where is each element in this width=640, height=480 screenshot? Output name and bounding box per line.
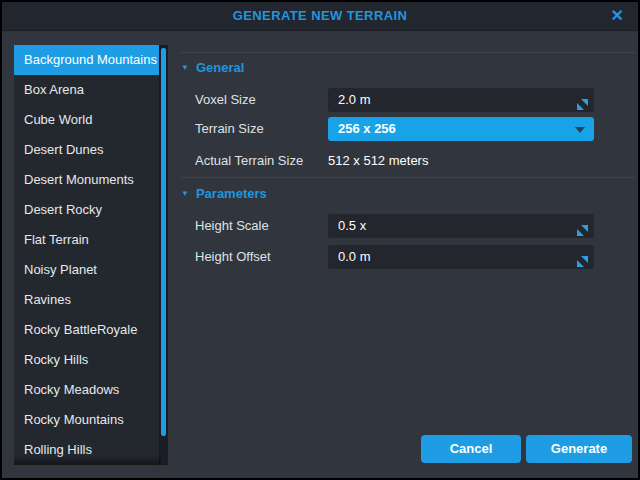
sidebar-item-flat-terrain[interactable]: Flat Terrain [14, 225, 160, 255]
height-offset-field[interactable]: 0.0 m [328, 245, 594, 269]
sidebar-item-noisy-planet[interactable]: Noisy Planet [14, 255, 160, 285]
sidebar-item-desert-dunes[interactable]: Desert Dunes [14, 135, 160, 165]
cancel-button[interactable]: Cancel [421, 435, 521, 463]
titlebar: GENERATE NEW TERRAIN ✕ [2, 2, 638, 31]
section-title: Parameters [196, 186, 267, 201]
sidebar-item-cube-world[interactable]: Cube World [14, 105, 160, 135]
section-divider [180, 52, 636, 53]
section-divider [180, 177, 636, 178]
dialog-title: GENERATE NEW TERRAIN [2, 2, 638, 30]
section-header-general[interactable]: ▼General [181, 59, 244, 77]
voxel-size-value: 2.0 m [338, 92, 371, 107]
actual-terrain-size-value: 512 x 512 meters [328, 149, 428, 173]
chevron-down-icon [575, 127, 585, 133]
close-icon[interactable]: ✕ [607, 2, 628, 30]
sidebar-item-rocky-meadows[interactable]: Rocky Meadows [14, 375, 160, 405]
height-offset-label: Height Offset [195, 245, 325, 269]
collapse-triangle-icon: ▼ [181, 59, 189, 77]
height-scale-field[interactable]: 0.5 x [328, 214, 594, 238]
generate-terrain-dialog: GENERATE NEW TERRAIN ✕ Background Mounta… [0, 0, 640, 480]
sidebar-item-background-mountains[interactable]: Background Mountains [14, 45, 160, 75]
section-title: General [196, 60, 244, 75]
height-offset-value: 0.0 m [338, 249, 371, 264]
drag-handle-icon[interactable] [577, 94, 588, 105]
sidebar-item-desert-rocky[interactable]: Desert Rocky [14, 195, 160, 225]
voxel-size-label: Voxel Size [195, 88, 325, 112]
terrain-size-label: Terrain Size [195, 117, 325, 141]
voxel-size-field[interactable]: 2.0 m [328, 88, 594, 112]
drag-handle-icon[interactable] [577, 220, 588, 231]
terrain-preset-items: Background Mountains Box Arena Cube Worl… [14, 45, 160, 465]
sidebar-item-rocky-mountains[interactable]: Rocky Mountains [14, 405, 160, 435]
drag-handle-icon[interactable] [577, 251, 588, 262]
sidebar-item-rocky-battleroyale[interactable]: Rocky BattleRoyale [14, 315, 160, 345]
section-header-parameters[interactable]: ▼Parameters [181, 185, 267, 203]
sidebar-item-rocky-hills[interactable]: Rocky Hills [14, 345, 160, 375]
sidebar-scrollbar-thumb[interactable] [161, 48, 166, 436]
sidebar-item-box-arena[interactable]: Box Arena [14, 75, 160, 105]
terrain-preset-list: Background Mountains Box Arena Cube Worl… [14, 45, 168, 465]
height-scale-label: Height Scale [195, 214, 325, 238]
collapse-triangle-icon: ▼ [181, 185, 189, 203]
height-scale-value: 0.5 x [338, 218, 366, 233]
terrain-size-value: 256 x 256 [338, 121, 396, 136]
sidebar-item-desert-monuments[interactable]: Desert Monuments [14, 165, 160, 195]
sidebar-item-rolling-hills[interactable]: Rolling Hills [14, 435, 160, 465]
actual-terrain-size-label: Actual Terrain Size [195, 149, 325, 173]
terrain-size-dropdown[interactable]: 256 x 256 [328, 117, 594, 141]
sidebar-scrollbar[interactable] [159, 45, 168, 465]
sidebar-item-ravines[interactable]: Ravines [14, 285, 160, 315]
generate-button[interactable]: Generate [526, 435, 632, 463]
